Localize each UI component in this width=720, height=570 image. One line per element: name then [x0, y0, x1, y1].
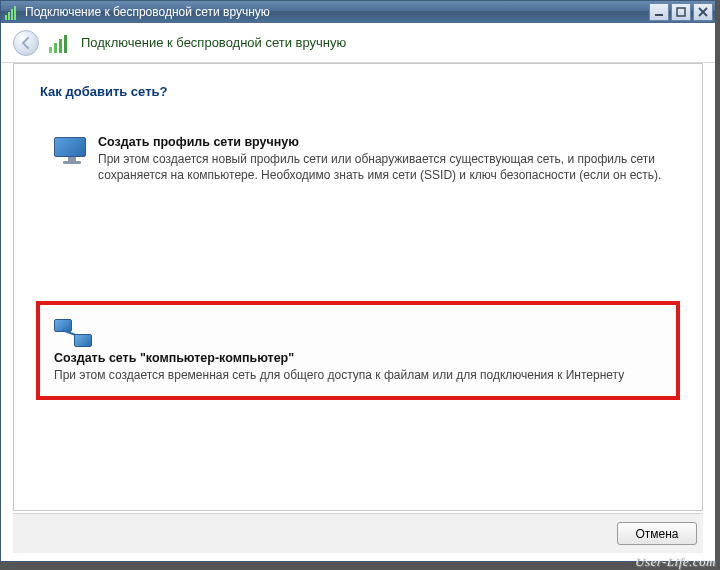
close-button[interactable]	[693, 3, 713, 21]
back-button[interactable]	[13, 30, 39, 56]
monitor-icon	[54, 135, 98, 183]
svg-rect-1	[677, 8, 685, 16]
option-create-profile-manually[interactable]: Создать профиль сети вручную При этом со…	[40, 123, 676, 195]
wizard-footer: Отмена	[13, 513, 703, 553]
wifi-signal-icon	[5, 4, 21, 20]
prompt-heading: Как добавить сеть?	[40, 84, 676, 99]
adhoc-network-icon	[54, 317, 98, 351]
option-description: При этом создается новый профиль сети ил…	[98, 151, 662, 183]
window-title: Подключение к беспроводной сети вручную	[25, 5, 649, 19]
wifi-signal-icon	[49, 33, 73, 53]
page-title: Подключение к беспроводной сети вручную	[81, 35, 346, 50]
option-create-adhoc-network[interactable]: Создать сеть "компьютер-компьютер" При э…	[36, 301, 680, 399]
titlebar[interactable]: Подключение к беспроводной сети вручную	[1, 1, 715, 23]
maximize-button[interactable]	[671, 3, 691, 21]
window-controls	[649, 3, 713, 21]
cancel-button[interactable]: Отмена	[617, 522, 697, 545]
wizard-content: Как добавить сеть? Создать профиль сети …	[13, 63, 703, 511]
option-title: Создать профиль сети вручную	[98, 135, 662, 149]
cancel-button-label: Отмена	[635, 527, 678, 541]
minimize-button[interactable]	[649, 3, 669, 21]
wizard-window: Подключение к беспроводной сети вручную …	[0, 0, 716, 562]
wizard-header: Подключение к беспроводной сети вручную	[1, 23, 715, 63]
option-title: Создать сеть "компьютер-компьютер"	[54, 351, 624, 365]
option-description: При этом создается временная сеть для об…	[54, 367, 624, 383]
